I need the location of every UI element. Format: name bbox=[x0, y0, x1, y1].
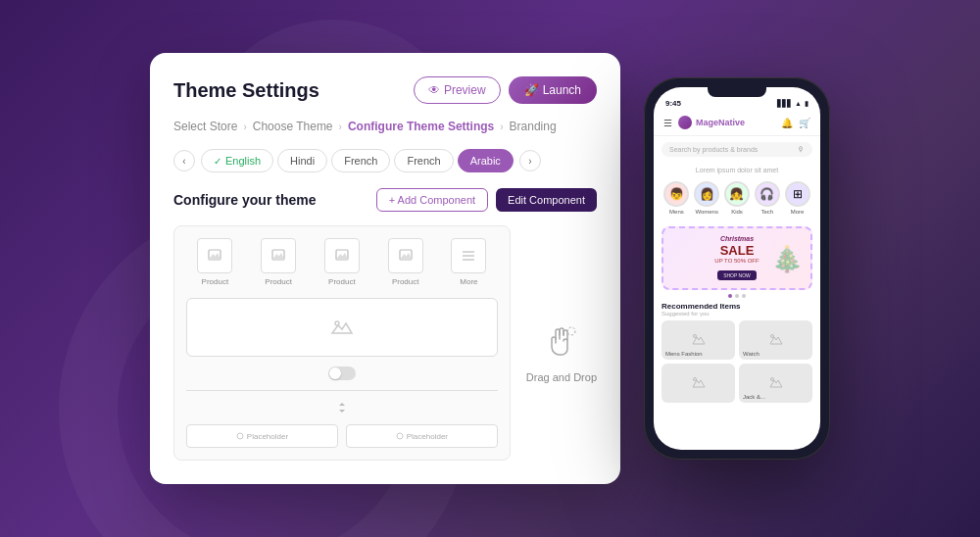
category-label-kids: Kids bbox=[731, 209, 743, 215]
christmas-decoration: 🎄 bbox=[771, 243, 803, 273]
main-container: Theme Settings 👁 Preview 🚀 Launch Select… bbox=[150, 53, 830, 484]
category-tech[interactable]: 🎧 Tech bbox=[755, 181, 780, 215]
mic-icon: 🎙 bbox=[798, 146, 805, 153]
lang-next-button[interactable]: › bbox=[519, 150, 541, 171]
search-bar[interactable]: Search by products & brands 🎙 bbox=[662, 142, 812, 157]
product-item-2: Product bbox=[261, 238, 296, 286]
phone-notch bbox=[708, 87, 766, 97]
breadcrumb-branding[interactable]: Branding bbox=[510, 120, 557, 133]
placeholder-card-2: Placeholder bbox=[346, 424, 498, 448]
launch-button[interactable]: 🚀 Launch bbox=[509, 76, 597, 104]
svg-point-14 bbox=[770, 378, 773, 381]
drag-drop-area: Drag and Drop bbox=[526, 225, 597, 461]
phone-time: 9:45 bbox=[665, 99, 681, 108]
category-label-mens: Mens bbox=[669, 209, 684, 215]
status-icons: ▋▋▋ ▲ ▮ bbox=[777, 100, 808, 108]
mockup-panel: Product Product Product bbox=[173, 225, 511, 461]
lorem-text: Lorem ipsum dolor sit amet bbox=[654, 163, 820, 177]
category-mens[interactable]: 👦 Mens bbox=[663, 181, 689, 215]
rec-item-watch[interactable]: Watch bbox=[739, 320, 812, 360]
battery-icon: ▮ bbox=[805, 100, 808, 108]
header-buttons: 👁 Preview 🚀 Launch bbox=[414, 76, 597, 104]
add-component-button[interactable]: + Add Component bbox=[376, 188, 488, 212]
lang-tab-arabic[interactable]: Arabic bbox=[458, 149, 514, 172]
rec-label-mens: Mens Fashion bbox=[665, 351, 703, 357]
rocket-icon: 🚀 bbox=[524, 83, 539, 97]
category-label-tech: Tech bbox=[760, 209, 773, 215]
svg-point-13 bbox=[693, 378, 696, 381]
menu-icon[interactable]: ☰ bbox=[663, 118, 672, 128]
edit-component-button[interactable]: Edit Component bbox=[496, 188, 597, 212]
product-label-1: Product bbox=[202, 277, 229, 286]
language-tabs-container: ‹ ✓ English Hindi French French Arabic bbox=[173, 149, 597, 172]
theme-settings-panel: Theme Settings 👁 Preview 🚀 Launch Select… bbox=[150, 53, 620, 484]
banner-shop-btn[interactable]: SHOP NOW bbox=[717, 270, 757, 280]
phone-mockup: 9:45 ▋▋▋ ▲ ▮ ☰ MageNative 🔔 bbox=[644, 77, 830, 460]
app-logo: MageNative bbox=[678, 116, 745, 129]
product-icon-2 bbox=[261, 238, 296, 273]
product-item-more: More bbox=[451, 238, 486, 286]
phone-screen: 9:45 ▋▋▋ ▲ ▮ ☰ MageNative 🔔 bbox=[654, 87, 820, 450]
breadcrumb-choose-theme[interactable]: Choose Theme bbox=[253, 120, 333, 133]
recommended-grid: Mens Fashion Watch Jack &... bbox=[662, 320, 812, 403]
dot-1 bbox=[728, 294, 732, 298]
action-buttons: + Add Component Edit Component bbox=[376, 188, 597, 212]
breadcrumb-select-store[interactable]: Select Store bbox=[173, 120, 237, 133]
rec-item-3[interactable] bbox=[662, 364, 735, 403]
category-kids[interactable]: 👧 Kids bbox=[724, 181, 750, 215]
category-circle-womens: 👩 bbox=[694, 181, 719, 207]
lang-tab-french-1[interactable]: French bbox=[331, 149, 390, 172]
rec-item-jack[interactable]: Jack &... bbox=[739, 364, 812, 403]
product-icon-4 bbox=[388, 238, 423, 273]
banner-content: Christmas SALE UP TO 50% OFF SHOP NOW bbox=[714, 235, 759, 281]
rec-label-watch: Watch bbox=[743, 351, 760, 357]
category-circle-tech: 🎧 bbox=[755, 181, 780, 207]
recommended-section: Recommended Items Suggested for you Mens… bbox=[654, 298, 820, 405]
category-circle-more: ⊞ bbox=[785, 181, 810, 207]
cart-icon[interactable]: 🛒 bbox=[799, 118, 810, 128]
preview-area: Product Product Product bbox=[173, 225, 597, 461]
app-name: MageNative bbox=[696, 118, 745, 127]
lang-tab-french-2[interactable]: French bbox=[394, 149, 453, 172]
breadcrumb-sep-3: › bbox=[500, 122, 503, 132]
up-down-arrows bbox=[186, 401, 498, 415]
check-icon: ✓ bbox=[214, 156, 221, 167]
lang-prev-button[interactable]: ‹ bbox=[173, 150, 195, 171]
banner-discount: UP TO 50% OFF bbox=[714, 258, 759, 264]
configure-title: Configure your theme bbox=[173, 192, 316, 208]
logo-circle bbox=[678, 116, 692, 129]
svg-point-11 bbox=[693, 335, 696, 338]
product-label-3: Product bbox=[328, 277, 356, 286]
category-womens[interactable]: 👩 Womens bbox=[694, 181, 719, 215]
eye-icon: 👁 bbox=[428, 83, 440, 97]
product-icon-3 bbox=[324, 238, 360, 273]
lang-tab-english[interactable]: ✓ English bbox=[201, 149, 273, 172]
mockup-divider bbox=[186, 390, 498, 391]
category-label-womens: Womens bbox=[695, 209, 718, 215]
placeholder-row: Placeholder Placeholder bbox=[186, 424, 498, 448]
banner-sale-text: Christmas SALE bbox=[714, 235, 759, 258]
breadcrumb-configure[interactable]: Configure Theme Settings bbox=[348, 120, 494, 133]
header-actions: 🔔 🛒 bbox=[781, 118, 810, 128]
svg-point-10 bbox=[567, 327, 575, 335]
svg-point-9 bbox=[397, 433, 403, 439]
product-item-4: Product bbox=[388, 238, 423, 286]
rec-item-mens-fashion[interactable]: Mens Fashion bbox=[662, 320, 735, 360]
recommended-title: Recommended Items bbox=[662, 302, 812, 311]
category-more[interactable]: ⊞ More bbox=[785, 181, 810, 215]
notification-icon[interactable]: 🔔 bbox=[781, 118, 793, 128]
product-label-4: Product bbox=[392, 277, 419, 286]
preview-button[interactable]: 👁 Preview bbox=[414, 76, 501, 104]
placeholder-card-1: Placeholder bbox=[186, 424, 338, 448]
product-row: Product Product Product bbox=[186, 238, 498, 286]
banner-placeholder bbox=[186, 298, 498, 357]
panel-title: Theme Settings bbox=[173, 79, 319, 102]
product-item-1: Product bbox=[197, 238, 232, 286]
dot-2 bbox=[735, 294, 739, 298]
lang-tab-hindi[interactable]: Hindi bbox=[277, 149, 327, 172]
toggle-row bbox=[186, 366, 498, 380]
phone-app-header: ☰ MageNative 🔔 🛒 bbox=[654, 112, 820, 136]
toggle-switch[interactable] bbox=[328, 366, 356, 380]
svg-point-7 bbox=[335, 321, 339, 325]
breadcrumb-sep-2: › bbox=[339, 122, 342, 132]
